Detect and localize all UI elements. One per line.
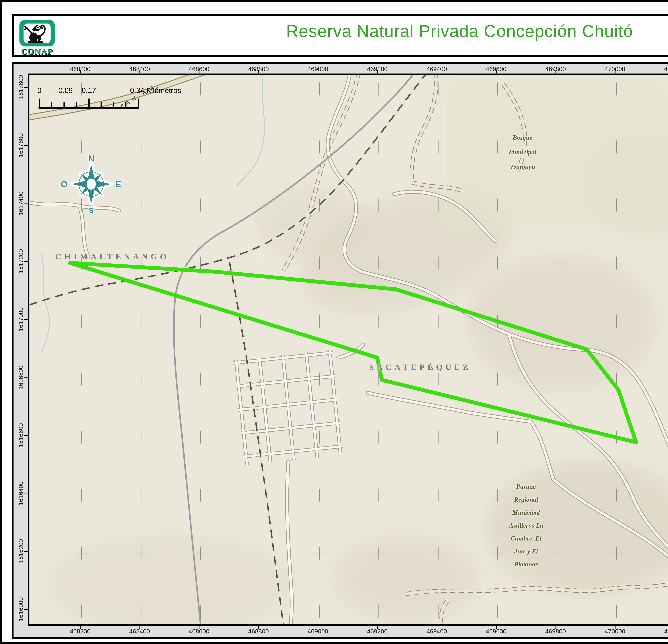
x-axis-label-top: 470200: [664, 65, 668, 73]
compass-o: O: [61, 179, 67, 189]
x-tick-bottom: [555, 626, 556, 629]
y-axis-label-left: 1617600: [17, 133, 24, 157]
scale-label: 0.17: [82, 86, 96, 95]
x-tick-bottom: [436, 626, 437, 629]
scale-label: 0: [37, 86, 42, 95]
y-tick-left: [24, 609, 28, 610]
x-tick-bottom: [258, 626, 259, 629]
y-tick-left: [24, 203, 28, 204]
map-frame: 4682004682004684004684004686004686004688…: [12, 62, 668, 639]
y-tick-left: [24, 551, 28, 552]
map-canvas: CHIMALTENANGO SACATEPÉQUEZ Bosque Munici…: [28, 74, 668, 626]
x-tick-bottom: [615, 626, 616, 629]
x-tick-bottom: [199, 626, 199, 629]
x-tick-top: [80, 70, 81, 74]
conap-wordmark: CONAP: [19, 47, 55, 56]
x-tick-bottom: [496, 626, 497, 629]
y-tick-left: [24, 319, 28, 320]
y-axis-label-left: 1617200: [17, 249, 24, 273]
x-tick-top: [258, 70, 259, 74]
y-tick-left: [24, 87, 28, 88]
label-sacatepequez: SACATEPÉQUEZ: [369, 363, 471, 372]
scale-bar: 0 0.09 0.17 0.34 Kilómetros: [29, 75, 241, 116]
x-axis-label-bottom: 470200: [664, 628, 668, 635]
scale-end-label: 0.34 Kilómetros: [130, 86, 181, 95]
x-tick-top: [139, 70, 140, 74]
x-tick-top: [436, 70, 437, 74]
y-axis-label-left: 1616600: [17, 423, 24, 447]
x-tick-top: [615, 70, 616, 74]
compass-e: E: [115, 179, 121, 189]
y-axis-label-left: 1617800: [17, 75, 24, 99]
x-tick-top: [555, 70, 556, 74]
y-axis-label-left: 1616800: [17, 365, 24, 389]
label-parque-regional: Parque Regional Municipal Astilleros La …: [509, 480, 543, 570]
y-tick-left: [24, 261, 28, 262]
header-box: CONAP Reserva Natural Privada Concepción…: [12, 14, 668, 57]
x-tick-bottom: [80, 626, 81, 629]
y-axis-label-left: 1617000: [17, 307, 24, 331]
scale-label: 0.09: [59, 86, 73, 95]
y-tick-left: [24, 377, 28, 378]
y-axis-label-left: 1616200: [17, 539, 24, 563]
x-tick-top: [496, 70, 497, 74]
basemap: [29, 75, 668, 624]
x-tick-top: [199, 70, 199, 74]
page-title: Reserva Natural Privada Concepción Chuit…: [14, 22, 668, 41]
x-tick-bottom: [318, 626, 318, 629]
label-chimaltenango: CHIMALTENANGO: [56, 252, 169, 262]
y-tick-left: [24, 493, 28, 494]
compass-n: N: [88, 153, 94, 163]
compass-s: S: [89, 206, 93, 215]
y-axis-label-left: 1617400: [17, 191, 24, 215]
x-tick-bottom: [139, 626, 140, 629]
x-tick-top: [318, 70, 318, 74]
label-bosque-municipal: Bosque Municipal Tzanjuyu: [509, 130, 536, 174]
x-tick-bottom: [377, 626, 378, 629]
map-document-page: CONAP Reserva Natural Privada Concepción…: [0, 0, 668, 644]
y-axis-label-left: 1616400: [17, 481, 24, 505]
compass-rose-icon: N E O S: [59, 152, 123, 216]
x-tick-top: [377, 70, 378, 74]
y-tick-left: [24, 145, 28, 146]
y-axis-label-left: 1616000: [17, 597, 24, 621]
y-tick-left: [24, 435, 28, 436]
